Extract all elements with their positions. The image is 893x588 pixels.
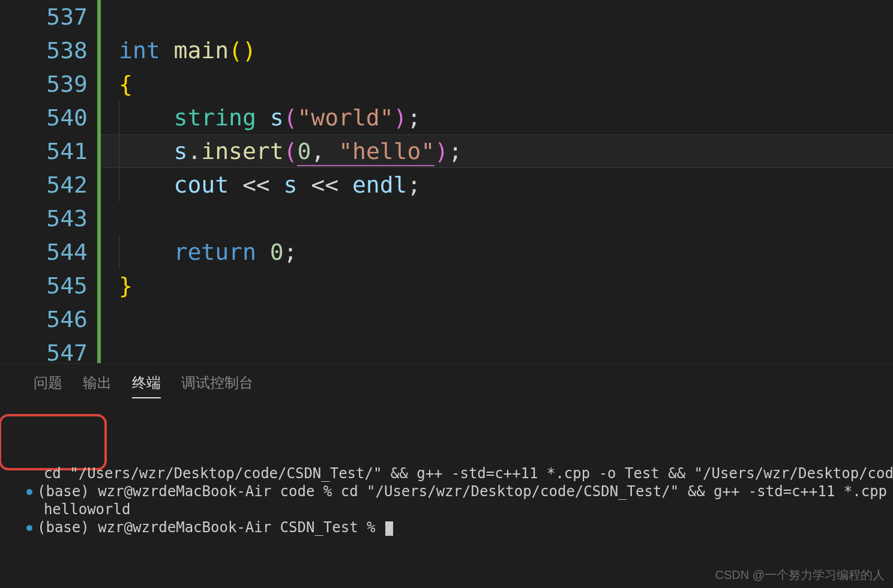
code-line[interactable]: 537 [0, 0, 893, 34]
line-number: 537 [0, 0, 97, 34]
prompt-dot-icon [26, 489, 32, 495]
code-line[interactable]: 541 s.insert(0, "hello"); [0, 134, 893, 168]
code-content[interactable]: cout << s << endl; [101, 168, 893, 202]
prompt-dot-icon [26, 525, 32, 531]
line-number: 543 [0, 202, 97, 235]
line-number: 539 [0, 67, 97, 101]
terminal-cursor [385, 521, 393, 536]
diff-bar [97, 202, 101, 235]
tab-output[interactable]: 输出 [83, 373, 112, 398]
code-content[interactable]: return 0; [101, 235, 893, 269]
tab-terminal[interactable]: 终端 [132, 373, 161, 398]
code-line[interactable]: 546 [0, 302, 893, 336]
terminal-line: helloworld [26, 500, 867, 518]
code-content[interactable]: s.insert(0, "hello"); [101, 134, 893, 168]
code-line[interactable]: 544 return 0; [0, 235, 893, 269]
watermark-text: CSDN @一个努力学习编程的人 [715, 567, 885, 583]
highlight-box [0, 414, 107, 470]
code-line[interactable]: 543 [0, 202, 893, 235]
diff-bar [97, 336, 101, 363]
code-line[interactable]: 542 cout << s << endl; [0, 168, 893, 202]
line-number: 540 [0, 101, 97, 134]
line-number: 542 [0, 168, 97, 202]
terminal-line: (base) wzr@wzrdeMacBook-Air CSDN_Test % [26, 518, 867, 536]
bottom-panel: 问题 输出 终端 调试控制台 cd "/Users/wzr/Desktop/co… [0, 363, 893, 588]
line-number: 544 [0, 235, 97, 269]
terminal-line: (base) wzr@wzrdeMacBook-Air code % cd "/… [26, 482, 867, 500]
code-line[interactable]: 545} [0, 269, 893, 302]
code-line[interactable]: 547 [0, 336, 893, 363]
diff-bar [97, 0, 101, 34]
code-line[interactable]: 538int main() [0, 34, 893, 67]
tab-problems[interactable]: 问题 [34, 373, 62, 398]
panel-tabs: 问题 输出 终端 调试控制台 [0, 364, 893, 398]
code-line[interactable]: 540 string s("world"); [0, 101, 893, 134]
line-number: 538 [0, 34, 97, 67]
diff-bar [97, 302, 101, 336]
terminal-output[interactable]: cd "/Users/wzr/Desktop/code/CSDN_Test/" … [0, 398, 893, 536]
code-editor[interactable]: 537538int main()539{540 string s("world"… [0, 0, 893, 363]
terminal-line: cd "/Users/wzr/Desktop/code/CSDN_Test/" … [26, 464, 867, 482]
line-number: 547 [0, 336, 97, 363]
line-number: 546 [0, 302, 97, 336]
code-content[interactable]: int main() [101, 34, 893, 67]
line-number: 545 [0, 269, 97, 302]
line-number: 541 [0, 134, 97, 168]
tab-debug-console[interactable]: 调试控制台 [181, 373, 253, 398]
code-content[interactable]: { [101, 67, 893, 101]
code-line[interactable]: 539{ [0, 67, 893, 101]
code-content[interactable]: } [101, 269, 893, 302]
code-content[interactable]: string s("world"); [101, 101, 893, 134]
